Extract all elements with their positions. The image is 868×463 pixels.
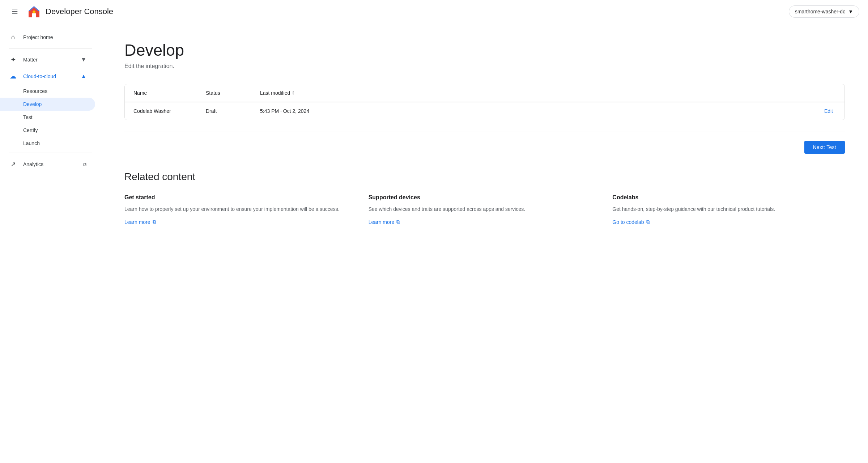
sidebar-sub-item-certify[interactable]: Certify bbox=[0, 124, 95, 137]
table-header-actions bbox=[369, 90, 836, 96]
matter-icon: ✦ bbox=[9, 56, 17, 64]
sidebar-analytics-label: Analytics bbox=[23, 161, 77, 167]
sidebar-item-cloud-to-cloud[interactable]: ☁ Cloud-to-cloud ▲ bbox=[0, 68, 95, 85]
header-left: ☰ Developer Console bbox=[9, 4, 113, 19]
test-label: Test bbox=[23, 114, 33, 120]
sidebar-sub-item-launch[interactable]: Launch bbox=[0, 137, 95, 150]
row-name: Codelab Washer bbox=[133, 108, 206, 114]
project-selector[interactable]: smarthome-washer-dc ▼ bbox=[789, 5, 859, 18]
logo-container: Developer Console bbox=[27, 4, 113, 19]
home-icon: ⌂ bbox=[9, 33, 17, 41]
google-home-logo-icon bbox=[27, 4, 41, 19]
card-text-codelabs: Get hands-on, step-by-step guidance with… bbox=[612, 205, 845, 213]
go-to-codelab-link[interactable]: Go to codelab ⧉ bbox=[612, 219, 845, 225]
section-divider bbox=[124, 132, 845, 132]
related-content-title: Related content bbox=[124, 171, 845, 183]
launch-label: Launch bbox=[23, 140, 40, 146]
learn-more-link-supported-devices[interactable]: Learn more ⧉ bbox=[369, 219, 601, 225]
analytics-external-link-icon: ⧉ bbox=[83, 161, 86, 167]
row-last-modified: 5:43 PM · Oct 2, 2024 bbox=[260, 108, 369, 114]
row-status: Draft bbox=[206, 108, 260, 114]
sidebar-item-analytics[interactable]: ↗ Analytics ⧉ bbox=[0, 156, 95, 173]
svg-point-0 bbox=[33, 10, 35, 13]
cloud-icon: ☁ bbox=[9, 72, 17, 80]
develop-label: Develop bbox=[23, 101, 42, 107]
card-title-supported-devices: Supported devices bbox=[369, 194, 601, 201]
card-text-get-started: Learn how to properly set up your enviro… bbox=[124, 205, 357, 213]
related-card-supported-devices: Supported devices See which devices and … bbox=[369, 194, 601, 225]
external-link-icon-codelabs: ⧉ bbox=[646, 219, 650, 225]
external-link-icon-supported-devices: ⧉ bbox=[396, 219, 400, 225]
next-test-button[interactable]: Next: Test bbox=[804, 141, 845, 154]
related-card-get-started: Get started Learn how to properly set up… bbox=[124, 194, 357, 225]
table-header-name: Name bbox=[133, 90, 206, 96]
resources-label: Resources bbox=[23, 88, 47, 94]
app-container: ⌂ Project home ✦ Matter ▼ ☁ Cloud-to-clo… bbox=[0, 23, 868, 463]
related-card-codelabs: Codelabs Get hands-on, step-by-step guid… bbox=[612, 194, 845, 225]
sidebar: ⌂ Project home ✦ Matter ▼ ☁ Cloud-to-clo… bbox=[0, 23, 101, 463]
cloud-chevron-icon: ▲ bbox=[81, 73, 86, 80]
sort-icon: ⇧ bbox=[292, 90, 295, 95]
card-title-codelabs: Codelabs bbox=[612, 194, 845, 201]
external-link-icon-get-started: ⧉ bbox=[153, 219, 156, 225]
integration-table: Name Status Last modified ⇧ Codelab Wash… bbox=[124, 84, 845, 120]
table-row: Codelab Washer Draft 5:43 PM · Oct 2, 20… bbox=[125, 102, 844, 120]
table-header-last-modified[interactable]: Last modified ⇧ bbox=[260, 90, 369, 96]
sidebar-sub-item-test[interactable]: Test bbox=[0, 111, 95, 124]
table-header-status: Status bbox=[206, 90, 260, 96]
app-header: ☰ Developer Console smarthome-washer-dc … bbox=[0, 0, 868, 23]
sidebar-project-home-label: Project home bbox=[23, 34, 86, 40]
card-text-supported-devices: See which devices and traits are support… bbox=[369, 205, 601, 213]
menu-icon[interactable]: ☰ bbox=[9, 4, 21, 19]
page-subtitle: Edit the integration. bbox=[124, 63, 845, 69]
sidebar-cloud-label: Cloud-to-cloud bbox=[23, 73, 75, 79]
button-row: Next: Test bbox=[124, 141, 845, 154]
dropdown-chevron-icon: ▼ bbox=[848, 9, 853, 14]
learn-more-link-get-started[interactable]: Learn more ⧉ bbox=[124, 219, 357, 225]
sidebar-sub-item-develop[interactable]: Develop bbox=[0, 98, 95, 111]
page-title: Develop bbox=[124, 41, 845, 60]
table-header: Name Status Last modified ⇧ bbox=[125, 84, 844, 102]
certify-label: Certify bbox=[23, 127, 38, 133]
sidebar-sub-item-resources[interactable]: Resources bbox=[0, 85, 95, 98]
sidebar-divider-1 bbox=[9, 48, 92, 48]
main-content: Develop Edit the integration. Name Statu… bbox=[101, 23, 868, 463]
matter-chevron-icon: ▼ bbox=[81, 56, 86, 63]
sidebar-divider-2 bbox=[9, 153, 92, 153]
analytics-icon: ↗ bbox=[9, 160, 17, 168]
project-name-label: smarthome-washer-dc bbox=[795, 9, 845, 14]
card-title-get-started: Get started bbox=[124, 194, 357, 201]
app-title: Developer Console bbox=[46, 7, 113, 16]
edit-button[interactable]: Edit bbox=[369, 108, 836, 114]
sidebar-item-matter[interactable]: ✦ Matter ▼ bbox=[0, 51, 95, 68]
related-content-grid: Get started Learn how to properly set up… bbox=[124, 194, 845, 225]
sidebar-item-project-home[interactable]: ⌂ Project home bbox=[0, 29, 95, 45]
sidebar-matter-label: Matter bbox=[23, 57, 75, 63]
